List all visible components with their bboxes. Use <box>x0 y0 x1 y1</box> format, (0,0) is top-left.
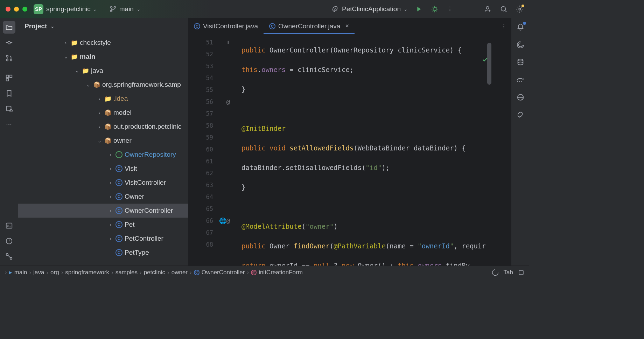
run-configuration[interactable]: PetClinicApplication ⌄ <box>331 5 408 13</box>
breadcrumb-item[interactable]: petclinic <box>144 269 165 276</box>
chevron-down-icon: ⌄ <box>136 6 141 12</box>
editor-body[interactable]: 51⬇ 52 53 54 55 56@ 57 58 59 60 61 62 63… <box>188 34 511 266</box>
code-with-me-icon[interactable] <box>484 5 491 13</box>
gradle-icon[interactable] <box>514 73 527 86</box>
breadcrumb-item[interactable]: owner <box>172 269 188 276</box>
tree-item-java[interactable]: ⌄📁java <box>18 64 188 78</box>
tab-owner-controller[interactable]: COwnerController.java× <box>264 18 355 34</box>
project-panel: Project ⌄ ›📁checkstyle ⌄📁main ⌄📁java ⌄📦o… <box>18 18 188 266</box>
project-panel-header[interactable]: Project ⌄ <box>18 18 188 34</box>
gutter-annotation-icon[interactable]: @ <box>226 98 230 105</box>
tree-item-owner-controller[interactable]: ›COwnerController <box>18 204 188 218</box>
tree-item-pet[interactable]: ›CPet <box>18 218 188 232</box>
breadcrumb-item[interactable]: samples <box>115 269 138 276</box>
tree-item-owner-repository[interactable]: ›IOwnerRepository <box>18 148 188 162</box>
vcs-tool-icon[interactable] <box>3 250 15 263</box>
svg-point-8 <box>6 55 8 57</box>
tree-item-checkstyle[interactable]: ›📁checkstyle <box>18 36 188 50</box>
tree-item-main[interactable]: ⌄📁main <box>18 50 188 64</box>
class-icon: C <box>115 193 122 200</box>
tree-item-out[interactable]: ›📦out.production.petclinic <box>18 120 188 134</box>
svg-point-1 <box>114 6 115 8</box>
more-tools-icon[interactable]: ⋯ <box>3 118 15 130</box>
tree-item-pet-type[interactable]: CPetType <box>18 246 188 260</box>
class-icon: C <box>115 249 122 256</box>
statusbar: › ▸main › java › org › springframework ›… <box>0 266 529 279</box>
line-number: 68 <box>206 241 213 248</box>
chevron-right-icon: › <box>108 222 113 227</box>
maximize-button[interactable] <box>22 7 27 12</box>
check-icon[interactable] <box>482 56 489 65</box>
tab-visit-controller[interactable]: CVisitController.java <box>188 18 264 34</box>
tree-item-owner-class[interactable]: ›COwner <box>18 190 188 204</box>
spring-icon[interactable] <box>514 108 527 121</box>
terminal-tool-icon[interactable] <box>3 219 15 232</box>
folder-icon: 📁 <box>104 95 111 103</box>
database-icon[interactable] <box>514 56 527 69</box>
line-number: 64 <box>206 193 213 200</box>
search-icon[interactable] <box>500 5 507 13</box>
maven-icon[interactable] <box>514 91 527 104</box>
svg-rect-11 <box>6 75 8 77</box>
close-icon[interactable]: × <box>345 22 349 30</box>
tree-item-pet-controller[interactable]: ›CPetController <box>18 232 188 246</box>
status-tab-label[interactable]: Tab <box>504 269 513 276</box>
editor-tabs: CVisitController.java COwnerController.j… <box>188 18 511 34</box>
database-tool-icon[interactable] <box>3 103 15 115</box>
status-settings-icon[interactable] <box>518 269 524 276</box>
status-ai-icon[interactable] <box>492 269 499 276</box>
bookmarks-tool-icon[interactable] <box>3 87 15 100</box>
svg-rect-12 <box>9 75 12 77</box>
svg-rect-13 <box>6 79 8 81</box>
class-icon: C <box>115 221 122 228</box>
vcs-branch[interactable]: main ⌄ <box>110 5 141 13</box>
close-button[interactable] <box>6 7 10 12</box>
chevron-down-icon: ⌄ <box>404 6 408 12</box>
code-area[interactable]: public OwnerController(OwnerRepository c… <box>233 34 511 266</box>
tab-more-button[interactable]: ⋮ <box>501 22 507 30</box>
class-icon: C <box>115 179 122 186</box>
tree-item-package[interactable]: ⌄📦org.springframework.samp <box>18 78 188 92</box>
tree-item-visit[interactable]: ›CVisit <box>18 162 188 176</box>
gutter-web-icon[interactable]: 🌐@ <box>219 217 230 224</box>
commit-tool-icon[interactable] <box>3 36 15 49</box>
branch-icon <box>110 6 117 13</box>
pull-requests-icon[interactable] <box>3 52 15 64</box>
breadcrumb-item[interactable]: minitCreationForm <box>251 269 303 276</box>
chevron-right-icon: › <box>97 96 102 101</box>
breadcrumb-item[interactable]: COwnerController <box>194 269 245 276</box>
run-config-name: PetClinicApplication <box>342 5 401 13</box>
debug-button[interactable] <box>431 5 439 13</box>
tree-item-idea[interactable]: ›📁.idea <box>18 92 188 106</box>
package-icon: 📦 <box>104 123 111 130</box>
line-number: 53 <box>206 63 213 70</box>
tree-item-visit-controller[interactable]: ›CVisitController <box>18 176 188 190</box>
line-number: 54 <box>206 75 213 82</box>
class-icon: C <box>194 23 200 29</box>
svg-point-10 <box>10 59 12 61</box>
chevron-down-icon[interactable]: ⌄ <box>93 6 97 12</box>
ai-icon[interactable] <box>514 38 527 51</box>
problems-tool-icon[interactable] <box>3 235 15 247</box>
notifications-icon[interactable] <box>514 21 527 34</box>
more-button[interactable]: ⋮ <box>447 5 453 13</box>
line-number: 51 <box>206 39 213 46</box>
breadcrumb-item[interactable]: springframework <box>65 269 109 276</box>
method-icon: m <box>251 270 257 275</box>
gutter-override-icon[interactable]: ⬇ <box>226 39 230 46</box>
breadcrumb-item[interactable]: java <box>33 269 44 276</box>
run-button[interactable] <box>415 5 422 13</box>
structure-tool-icon[interactable] <box>3 72 15 84</box>
chevron-right-icon: › <box>63 40 69 45</box>
tree-item-owner[interactable]: ⌄📦owner <box>18 134 188 148</box>
line-number: 52 <box>206 51 213 58</box>
settings-icon[interactable] <box>516 5 524 13</box>
breadcrumb-item[interactable]: ▸main <box>9 269 27 276</box>
line-number: 57 <box>206 110 213 117</box>
project-name[interactable]: spring-petclinic <box>46 5 91 13</box>
folder-icon: 📁 <box>71 53 78 61</box>
minimize-button[interactable] <box>14 7 19 12</box>
project-tool-icon[interactable] <box>3 21 15 34</box>
breadcrumb-item[interactable]: org <box>50 269 59 276</box>
tree-item-model[interactable]: ›📦model <box>18 106 188 120</box>
